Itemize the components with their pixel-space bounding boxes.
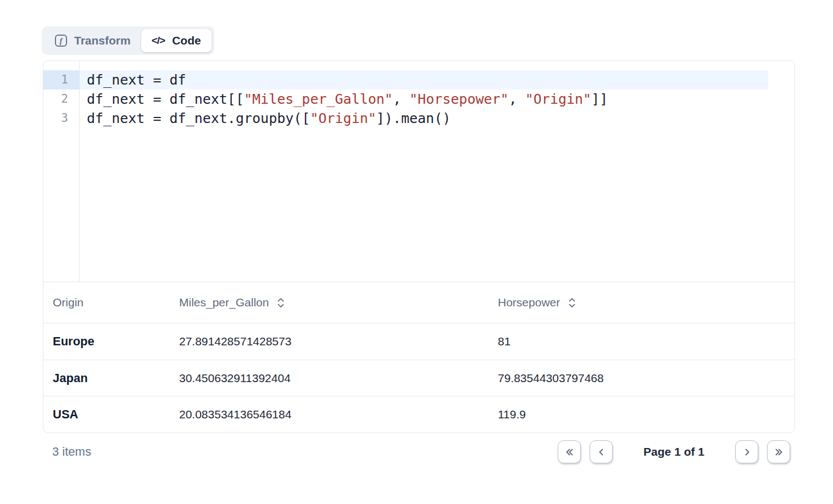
tab-code-label: Code — [172, 34, 201, 47]
last-page-button[interactable] — [767, 440, 790, 463]
view-mode-tabbar: f Transform </> Code — [42, 26, 214, 55]
table-header: OriginMiles_per_GallonHorsepower — [43, 282, 795, 323]
code-line[interactable]: df_next = df_next[["Miles_per_Gallon", "… — [80, 89, 795, 109]
table-row: USA20.083534136546184119.9 — [43, 396, 795, 433]
sort-icon — [568, 296, 576, 309]
column-label: Origin — [53, 296, 84, 309]
code-and-results-panel: 123 df_next = dfdf_next = df_next[["Mile… — [43, 60, 795, 433]
table-cell: 20.083534136546184 — [179, 408, 498, 421]
function-icon: f — [55, 35, 67, 47]
tab-code[interactable]: </> Code — [141, 29, 212, 52]
table-body: Europe27.89142857142857381Japan30.450632… — [43, 323, 795, 433]
table-cell: 119.9 — [498, 408, 795, 421]
code-icon: </> — [152, 35, 165, 47]
table-cell: 81 — [498, 335, 795, 348]
editor-gutter: 123 — [43, 61, 80, 282]
table-cell: 30.450632911392404 — [179, 372, 498, 385]
editor-content[interactable]: df_next = dfdf_next = df_next[["Miles_pe… — [80, 61, 795, 282]
column-header-miles_per_gallon[interactable]: Miles_per_Gallon — [179, 296, 498, 309]
code-editor[interactable]: 123 df_next = dfdf_next = df_next[["Mile… — [43, 61, 795, 282]
table-footer: 3 items Page 1 of 1 — [43, 440, 795, 463]
code-line[interactable]: df_next = df — [80, 70, 768, 89]
tab-transform-label: Transform — [74, 34, 131, 47]
table-cell: USA — [43, 407, 179, 422]
chevron-left-icon — [596, 446, 607, 458]
column-label: Miles_per_Gallon — [179, 296, 269, 309]
line-number: 1 — [43, 70, 79, 89]
chevrons-right-icon — [773, 446, 785, 458]
chevron-right-icon — [741, 446, 753, 458]
table-row: Europe27.89142857142857381 — [43, 323, 795, 360]
sort-icon — [276, 296, 285, 309]
table-cell: Japan — [43, 371, 179, 385]
column-label: Horsepower — [498, 296, 560, 309]
table-cell: 27.891428571428573 — [179, 335, 498, 348]
table-cell: 79.83544303797468 — [498, 372, 795, 385]
table-row: Japan30.45063291139240479.83544303797468 — [43, 360, 795, 396]
page-status: Page 1 of 1 — [643, 445, 704, 458]
items-count: 3 items — [43, 445, 91, 459]
pagination: Page 1 of 1 — [558, 440, 795, 463]
column-header-horsepower[interactable]: Horsepower — [498, 296, 795, 309]
tab-transform[interactable]: f Transform — [45, 29, 141, 52]
code-line[interactable]: df_next = df_next.groupby(["Origin"]).me… — [80, 109, 795, 128]
table-cell: Europe — [43, 334, 179, 349]
chevrons-left-icon — [564, 446, 575, 458]
next-page-button[interactable] — [735, 440, 758, 463]
prev-page-button[interactable] — [590, 440, 613, 463]
line-number: 3 — [43, 109, 79, 128]
first-page-button[interactable] — [558, 440, 581, 463]
line-number: 2 — [43, 89, 79, 109]
column-header-origin: Origin — [43, 296, 179, 309]
